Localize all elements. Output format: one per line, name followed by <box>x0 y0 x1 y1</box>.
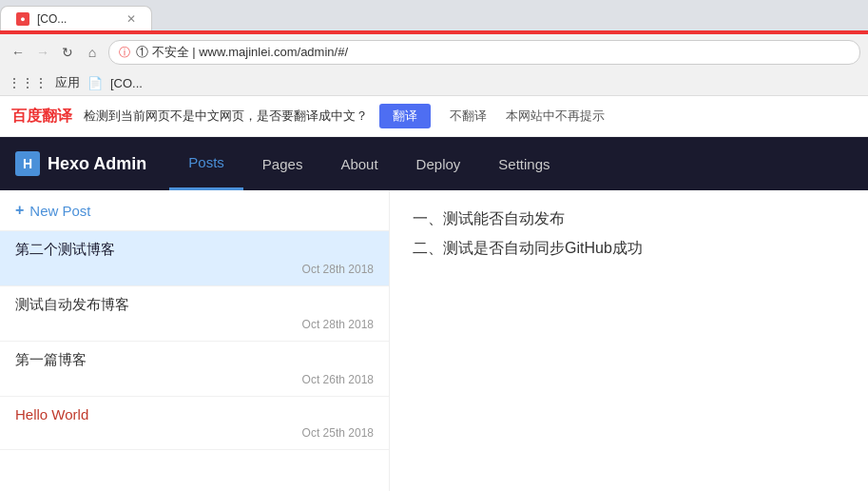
content-line-1: 二、测试是否自动同步GitHub成功 <box>413 239 845 259</box>
plus-icon: + <box>15 202 24 219</box>
baidu-logo-text: 百度翻译 <box>11 108 72 124</box>
post-item-3[interactable]: Hello World Oct 25th 2018 <box>0 397 389 450</box>
tab-favicon: ● <box>16 12 29 26</box>
no-translate-button[interactable]: 不翻译 <box>442 104 494 128</box>
hexo-logo: H Hexo Admin <box>15 138 162 189</box>
tab-close-icon[interactable]: ✕ <box>126 12 136 26</box>
browser-toolbar: ← → ↻ ⌂ ⓘ ① 不安全 | www.majinlei.com/admin… <box>0 34 868 70</box>
bookmark-item-1[interactable]: [CO... <box>110 76 143 90</box>
post-date-2: Oct 26th 2018 <box>15 373 374 386</box>
sidebar: + New Post 第二个测试博客 Oct 28th 2018 测试自动发布博… <box>0 190 390 491</box>
post-title-1: 测试自动发布博客 <box>15 296 374 314</box>
nav-item-posts[interactable]: Posts <box>169 137 243 190</box>
post-item-1[interactable]: 测试自动发布博客 Oct 28th 2018 <box>0 286 389 342</box>
post-title-0: 第二个测试博客 <box>15 241 374 259</box>
post-date-1: Oct 28th 2018 <box>15 318 374 331</box>
browser-tab[interactable]: ● [CO... ✕ <box>0 6 152 30</box>
translate-message: 检测到当前网页不是中文网页，是否要翻译成中文？ <box>84 108 368 125</box>
address-bar[interactable]: ⓘ ① 不安全 | www.majinlei.com/admin/#/ <box>108 40 860 65</box>
logo-icon: H <box>15 151 40 176</box>
bookmark-doc-icon: 📄 <box>87 76 103 90</box>
browser-tab-bar: ● [CO... ✕ <box>0 0 868 30</box>
translate-bar: 百度翻译 检测到当前网页不是中文网页，是否要翻译成中文？ 翻译 不翻译 本网站中… <box>0 96 868 137</box>
translate-button[interactable]: 翻译 <box>379 104 431 128</box>
nav-item-deploy[interactable]: Deploy <box>397 139 480 189</box>
bookmarks-bar: ⋮⋮⋮ 应用 📄 [CO... <box>0 70 868 96</box>
post-date-3: Oct 25th 2018 <box>15 426 374 440</box>
post-date-0: Oct 28th 2018 <box>15 263 374 276</box>
nav-item-settings[interactable]: Settings <box>479 139 569 189</box>
post-item-2[interactable]: 第一篇博客 Oct 26th 2018 <box>0 342 389 397</box>
post-title-3: Hello World <box>15 406 374 422</box>
baidu-logo: 百度翻译 <box>11 107 72 127</box>
new-post-button[interactable]: + New Post <box>0 190 389 231</box>
post-item-0[interactable]: 第二个测试博客 Oct 28th 2018 <box>0 231 389 286</box>
main-content: + New Post 第二个测试博客 Oct 28th 2018 测试自动发布博… <box>0 190 868 491</box>
security-icon: ⓘ <box>119 45 130 61</box>
content-line-0: 一、测试能否自动发布 <box>413 209 845 229</box>
url-text: ① 不安全 | www.majinlei.com/admin/#/ <box>136 44 850 61</box>
nav-item-about[interactable]: About <box>321 139 396 189</box>
nav-item-pages[interactable]: Pages <box>243 139 322 189</box>
apps-icon[interactable]: ⋮⋮⋮ <box>8 75 48 90</box>
bookmark-apps[interactable]: 应用 <box>55 74 80 91</box>
never-translate-button[interactable]: 本网站中不再提示 <box>506 108 605 125</box>
post-title-2: 第一篇博客 <box>15 351 374 369</box>
back-button[interactable]: ← <box>8 42 29 63</box>
nav-buttons: ← → ↻ ⌂ <box>8 42 103 63</box>
forward-button[interactable]: → <box>32 42 53 63</box>
post-content-area: 一、测试能否自动发布 二、测试是否自动同步GitHub成功 <box>390 190 868 491</box>
nav-bar: H Hexo Admin Posts Pages About Deploy Se… <box>0 137 868 190</box>
refresh-button[interactable]: ↻ <box>57 42 78 63</box>
tab-label: [CO... <box>37 12 119 26</box>
home-button[interactable]: ⌂ <box>82 42 103 63</box>
logo-letter: H <box>23 156 32 171</box>
new-post-label: New Post <box>29 203 90 219</box>
logo-text: Hexo Admin <box>48 154 146 174</box>
